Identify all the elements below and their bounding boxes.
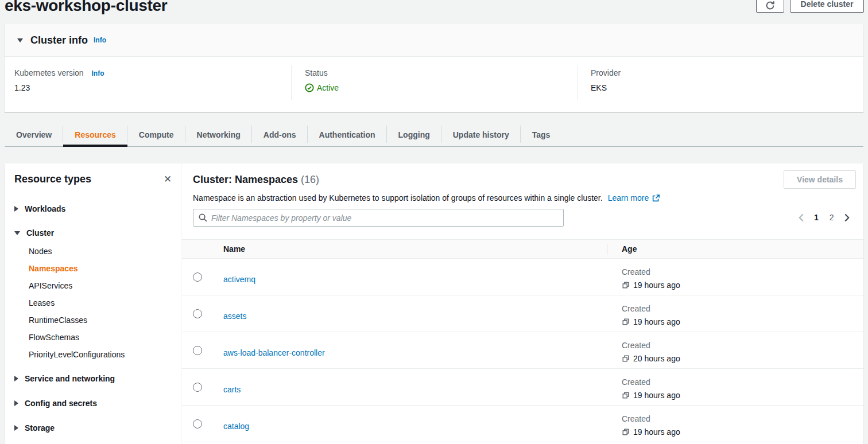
- copy-icon[interactable]: [622, 428, 630, 436]
- caret-down-icon: [17, 38, 23, 42]
- age-value: 19 hours ago: [633, 317, 680, 326]
- field-value: 1.23: [14, 83, 104, 92]
- caret-right-icon: [14, 206, 18, 212]
- field-label: Provider: [591, 68, 621, 77]
- namespace-link[interactable]: activemq: [223, 275, 255, 284]
- copy-icon[interactable]: [622, 318, 630, 326]
- column-header-age: Age: [622, 244, 637, 254]
- namespace-link[interactable]: assets: [223, 311, 246, 321]
- sidebar-group-config-and-secrets[interactable]: Config and secrets: [14, 398, 97, 409]
- row-radio-button[interactable]: [193, 383, 202, 392]
- close-icon[interactable]: ✕: [161, 173, 175, 186]
- page-number-1[interactable]: 1: [812, 213, 821, 222]
- search-icon: [199, 213, 207, 222]
- refresh-icon: [765, 1, 775, 10]
- field-status: Status Active: [305, 68, 339, 92]
- age-cell: Created 19 hours ago: [622, 377, 680, 400]
- namespace-link[interactable]: aws-load-balancer-controller: [223, 348, 325, 357]
- sidebar-group-cluster[interactable]: Cluster: [14, 227, 54, 239]
- sidebar-group-service-and-networking[interactable]: Service and networking: [14, 373, 115, 384]
- tab-update-history[interactable]: Update history: [441, 123, 521, 146]
- caret-right-icon: [14, 376, 18, 381]
- filter-namespaces-input[interactable]: [211, 209, 563, 226]
- column-divider: [607, 244, 607, 255]
- copy-icon[interactable]: [622, 391, 630, 399]
- age-cell: Created 19 hours ago: [622, 304, 680, 326]
- table-row: catalog Created 19 hours ago: [182, 406, 863, 442]
- row-radio-button[interactable]: [193, 272, 202, 282]
- age-cell: Created 19 hours ago: [622, 414, 680, 437]
- tab-networking[interactable]: Networking: [185, 123, 252, 146]
- namespaces-description: Namespace is an abstraction used by Kube…: [193, 193, 660, 202]
- namespaces-count: (16): [301, 174, 319, 185]
- sidebar-item-apiservices[interactable]: APIServices: [29, 280, 72, 291]
- namespace-link[interactable]: catalog: [223, 422, 249, 431]
- sidebar-item-flowschemas[interactable]: FlowSchemas: [29, 332, 79, 343]
- sidebar-item-prioritylevelconfigurations[interactable]: PriorityLevelConfigurations: [29, 349, 125, 360]
- copy-icon[interactable]: [622, 281, 630, 289]
- page-number-2[interactable]: 2: [827, 213, 836, 222]
- column-header-name: Name: [223, 244, 245, 254]
- sidebar-item-leases[interactable]: Leases: [29, 297, 55, 309]
- age-cell: Created 19 hours ago: [622, 267, 680, 290]
- resource-types-title: Resource types: [14, 173, 91, 185]
- info-link[interactable]: Info: [92, 69, 104, 77]
- info-link[interactable]: Info: [94, 36, 106, 44]
- caret-right-icon: [14, 425, 18, 431]
- field-kubernetes-version: Kubernetes version Info 1.23: [14, 68, 104, 92]
- tab-bar: Overview Resources Compute Networking Ad…: [5, 123, 863, 147]
- page-title: eks-workshop-cluster: [5, 0, 167, 15]
- caret-right-icon: [14, 400, 18, 406]
- pagination: 1 2: [797, 212, 851, 223]
- learn-more-link[interactable]: Learn more: [608, 193, 649, 202]
- cluster-info-header[interactable]: Cluster info Info: [5, 24, 863, 57]
- namespaces-table: activemq Created 19 hours ago assets Cre…: [182, 259, 863, 442]
- resource-types-sidebar: Resource types ✕ Workloads Cluster Nodes…: [5, 163, 181, 444]
- column-divider: [577, 65, 578, 100]
- tab-authentication[interactable]: Authentication: [308, 123, 387, 146]
- delete-cluster-button[interactable]: Delete cluster: [790, 0, 864, 13]
- chevron-left-icon[interactable]: [797, 213, 805, 222]
- age-value: 19 hours ago: [633, 391, 680, 400]
- refresh-button[interactable]: [756, 0, 784, 13]
- row-radio-button[interactable]: [193, 419, 202, 429]
- row-radio-button[interactable]: [193, 346, 202, 355]
- section-title: Cluster info: [30, 34, 88, 46]
- column-divider: [291, 65, 292, 100]
- view-details-button[interactable]: View details: [784, 170, 856, 189]
- tab-add-ons[interactable]: Add-ons: [252, 123, 308, 146]
- tab-overview[interactable]: Overview: [5, 123, 63, 146]
- chevron-right-icon[interactable]: [843, 213, 851, 222]
- table-row: carts Created 19 hours ago: [182, 369, 863, 406]
- cluster-info-section: Cluster info Info Kubernetes version Inf…: [5, 24, 863, 112]
- copy-icon[interactable]: [622, 355, 630, 363]
- sidebar-item-namespaces[interactable]: Namespaces: [29, 263, 78, 274]
- tab-compute[interactable]: Compute: [127, 123, 185, 146]
- field-provider: Provider EKS: [591, 68, 621, 92]
- table-row: aws-load-balancer-controller Created 20 …: [182, 332, 863, 369]
- external-link-icon: [652, 194, 660, 202]
- tab-logging[interactable]: Logging: [387, 123, 441, 146]
- resources-panel: Resource types ✕ Workloads Cluster Nodes…: [5, 163, 863, 444]
- filter-box: [193, 209, 564, 227]
- field-label: Kubernetes version Info: [14, 68, 104, 77]
- namespaces-panel-title: Cluster: Namespaces(16): [193, 174, 319, 186]
- tab-tags[interactable]: Tags: [521, 123, 562, 146]
- sidebar-item-nodes[interactable]: Nodes: [29, 246, 52, 257]
- namespace-link[interactable]: carts: [223, 385, 241, 394]
- age-cell: Created 20 hours ago: [622, 341, 680, 363]
- age-value: 19 hours ago: [633, 427, 680, 437]
- table-row: activemq Created 19 hours ago: [182, 259, 863, 295]
- table-row: assets Created 19 hours ago: [182, 295, 863, 332]
- sidebar-group-workloads[interactable]: Workloads: [14, 203, 65, 215]
- caret-down-icon: [14, 231, 20, 235]
- field-value: EKS: [591, 83, 621, 92]
- tab-resources[interactable]: Resources: [63, 123, 127, 146]
- sidebar-item-runtimeclasses[interactable]: RuntimeClasses: [29, 314, 87, 326]
- status-badge: Active: [317, 83, 339, 92]
- age-value: 19 hours ago: [633, 281, 680, 290]
- sidebar-group-storage[interactable]: Storage: [14, 422, 55, 434]
- field-label: Status: [305, 68, 339, 77]
- age-value: 20 hours ago: [633, 354, 680, 363]
- row-radio-button[interactable]: [193, 309, 202, 318]
